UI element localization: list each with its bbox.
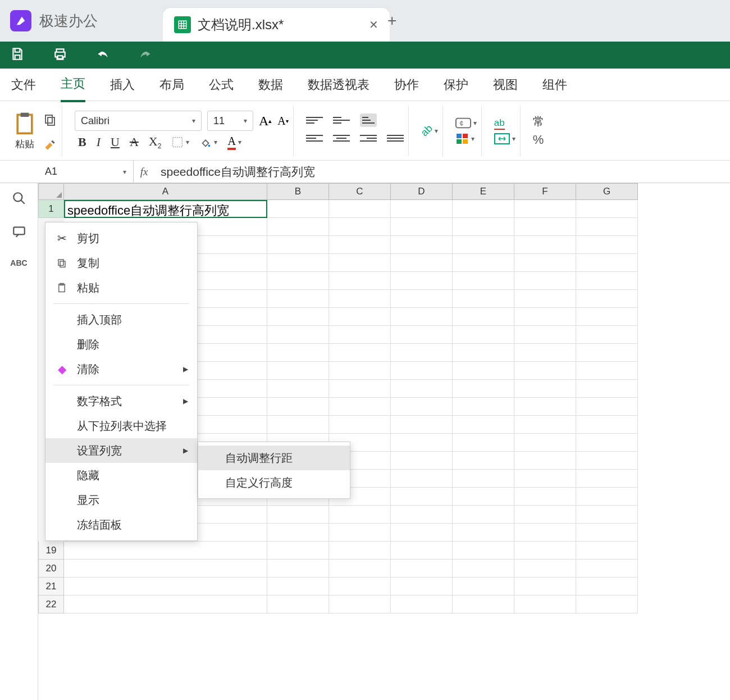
cell[interactable] bbox=[267, 236, 329, 254]
cell[interactable] bbox=[267, 380, 329, 398]
cell[interactable] bbox=[267, 308, 329, 326]
formula-input[interactable]: speedoffice自动调整行高列宽 bbox=[155, 164, 730, 180]
ctx-hide[interactable]: 隐藏 bbox=[45, 463, 197, 488]
cell[interactable] bbox=[576, 434, 638, 452]
cell[interactable] bbox=[576, 380, 638, 398]
cell[interactable] bbox=[391, 560, 453, 578]
ctx-delete[interactable]: 删除 bbox=[45, 332, 197, 357]
cell[interactable] bbox=[453, 362, 514, 380]
cell[interactable] bbox=[453, 236, 514, 254]
fill-color-button[interactable]: ▾ bbox=[199, 136, 217, 148]
cell[interactable] bbox=[514, 578, 576, 596]
cell[interactable] bbox=[453, 578, 514, 596]
cell[interactable] bbox=[64, 596, 267, 613]
cell[interactable] bbox=[514, 524, 576, 542]
cell[interactable] bbox=[267, 200, 329, 218]
cell[interactable] bbox=[453, 308, 514, 326]
ctx-paste[interactable]: 粘贴 bbox=[45, 275, 197, 300]
spellcheck-icon[interactable]: ABC bbox=[10, 258, 27, 267]
row-header-22[interactable]: 22 bbox=[38, 596, 64, 613]
cell[interactable] bbox=[514, 470, 576, 488]
cell[interactable] bbox=[514, 416, 576, 434]
cell[interactable] bbox=[514, 308, 576, 326]
decrease-font-icon[interactable]: A▾ bbox=[277, 115, 288, 128]
cell[interactable] bbox=[514, 506, 576, 524]
align-bottom-icon[interactable] bbox=[360, 113, 377, 127]
align-middle-icon[interactable] bbox=[333, 113, 350, 127]
cell[interactable] bbox=[329, 380, 391, 398]
cell[interactable] bbox=[391, 236, 453, 254]
cell[interactable] bbox=[514, 272, 576, 290]
cell[interactable] bbox=[514, 344, 576, 362]
cell[interactable] bbox=[514, 218, 576, 236]
cell[interactable] bbox=[453, 290, 514, 308]
cell[interactable] bbox=[514, 290, 576, 308]
align-left-icon[interactable] bbox=[306, 131, 323, 145]
row-header-20[interactable]: 20 bbox=[38, 560, 64, 578]
subscript-button[interactable]: X2 bbox=[149, 134, 162, 150]
cell[interactable] bbox=[576, 488, 638, 506]
cell[interactable] bbox=[576, 416, 638, 434]
redo-icon[interactable] bbox=[138, 47, 153, 63]
cell[interactable] bbox=[329, 290, 391, 308]
cell[interactable] bbox=[267, 416, 329, 434]
menu-addon[interactable]: 组件 bbox=[542, 69, 567, 101]
cell[interactable] bbox=[576, 236, 638, 254]
cell[interactable] bbox=[267, 578, 329, 596]
cell[interactable] bbox=[576, 542, 638, 560]
cell[interactable] bbox=[514, 380, 576, 398]
close-tab-icon[interactable]: ✕ bbox=[369, 18, 378, 31]
cell[interactable] bbox=[514, 326, 576, 344]
cell[interactable] bbox=[576, 290, 638, 308]
cell[interactable] bbox=[514, 398, 576, 416]
cell[interactable] bbox=[64, 542, 267, 560]
cell[interactable] bbox=[576, 560, 638, 578]
cell[interactable] bbox=[453, 560, 514, 578]
cell[interactable] bbox=[267, 344, 329, 362]
cell[interactable] bbox=[391, 524, 453, 542]
row-header-19[interactable]: 19 bbox=[38, 542, 64, 560]
cell[interactable] bbox=[453, 434, 514, 452]
cell[interactable] bbox=[453, 596, 514, 613]
cell[interactable] bbox=[453, 218, 514, 236]
merge-button[interactable]: ▾ bbox=[494, 133, 515, 144]
cell[interactable] bbox=[514, 254, 576, 272]
cell[interactable] bbox=[329, 218, 391, 236]
cell[interactable] bbox=[329, 506, 391, 524]
cell[interactable] bbox=[453, 452, 514, 470]
cell[interactable] bbox=[453, 398, 514, 416]
cell[interactable] bbox=[329, 236, 391, 254]
ctx-column-width[interactable]: 设置列宽▶ bbox=[45, 438, 197, 463]
cell[interactable] bbox=[391, 488, 453, 506]
cell[interactable] bbox=[514, 542, 576, 560]
cell[interactable] bbox=[329, 398, 391, 416]
cell[interactable] bbox=[576, 506, 638, 524]
col-header-f[interactable]: F bbox=[514, 183, 576, 200]
menu-insert[interactable]: 插入 bbox=[110, 69, 135, 101]
cell[interactable] bbox=[453, 506, 514, 524]
cell[interactable] bbox=[329, 524, 391, 542]
menu-home[interactable]: 主页 bbox=[61, 67, 85, 102]
bold-button[interactable]: B bbox=[78, 135, 86, 149]
cell[interactable] bbox=[576, 470, 638, 488]
col-header-a[interactable]: A bbox=[64, 183, 267, 200]
ctx-freeze[interactable]: 冻结面板 bbox=[45, 512, 197, 537]
menu-collab[interactable]: 协作 bbox=[394, 69, 419, 101]
cell[interactable] bbox=[391, 434, 453, 452]
col-header-b[interactable]: B bbox=[267, 183, 329, 200]
col-header-g[interactable]: G bbox=[576, 183, 638, 200]
cell[interactable] bbox=[329, 200, 391, 218]
copy-icon[interactable] bbox=[43, 113, 57, 126]
cell[interactable] bbox=[514, 200, 576, 218]
cell-a1[interactable]: speedoffice自动调整行高列宽 bbox=[64, 200, 267, 218]
cell[interactable] bbox=[329, 308, 391, 326]
document-tab[interactable]: 文档说明.xlsx* ✕ bbox=[163, 8, 390, 42]
menu-view[interactable]: 视图 bbox=[493, 69, 518, 101]
ctx-insert-top[interactable]: 插入顶部 bbox=[45, 307, 197, 332]
menu-file[interactable]: 文件 bbox=[11, 69, 36, 101]
cell[interactable] bbox=[391, 290, 453, 308]
cell[interactable] bbox=[576, 578, 638, 596]
wrap-text-button[interactable]: ab bbox=[494, 117, 515, 130]
orientation-button[interactable]: ab▾ bbox=[421, 125, 438, 137]
ctx-cut[interactable]: ✂剪切 bbox=[45, 226, 197, 251]
